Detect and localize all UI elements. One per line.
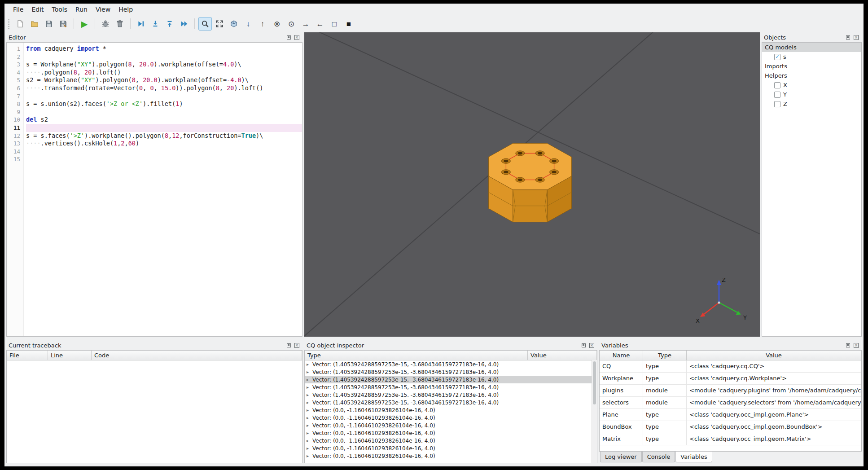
- code-line-3[interactable]: s = Workplane("XY").polygon(8, 20.0).wor…: [26, 61, 302, 69]
- tree-item-z[interactable]: Z: [762, 99, 861, 109]
- code-line-12[interactable]: s = s.faces('>Z').workplane().polygon(8,…: [26, 132, 302, 140]
- expand-caret-icon[interactable]: [307, 423, 312, 428]
- close-panel-button[interactable]: [853, 34, 859, 41]
- close-panel-button[interactable]: [588, 342, 595, 349]
- code-line-13[interactable]: ····.vertices().cskHole(1,2,60): [26, 140, 302, 148]
- tree-item-s[interactable]: s: [762, 52, 861, 61]
- view-top-button[interactable]: ↑: [256, 17, 269, 31]
- checkbox-y[interactable]: [774, 92, 780, 98]
- tab-variables[interactable]: Variables: [675, 452, 712, 462]
- checkbox-x[interactable]: [774, 82, 780, 88]
- save-as-button[interactable]: [57, 17, 70, 31]
- expand-caret-icon[interactable]: [307, 362, 312, 367]
- code-line-5[interactable]: s2 = Workplane("XY").polygon(8, 20.0).wo…: [26, 76, 302, 84]
- toolbar-drag-handle[interactable]: [8, 19, 9, 29]
- expand-caret-icon[interactable]: [307, 369, 312, 374]
- checkbox-z[interactable]: [774, 101, 780, 107]
- tree-item-helpers[interactable]: Helpers: [762, 71, 861, 80]
- variable-row-boundbox[interactable]: BoundBoxtype<class 'cadquery.occ_impl.ge…: [600, 421, 861, 433]
- code-line-7[interactable]: [26, 92, 302, 101]
- view-back-button[interactable]: ⊙: [285, 17, 298, 31]
- inspector-row[interactable]: Vector: (1.4053924288597253e-15, -3.6804…: [305, 399, 597, 406]
- float-panel-button[interactable]: [845, 34, 851, 41]
- render-button[interactable]: ▶: [78, 17, 91, 31]
- code-line-2[interactable]: [26, 53, 302, 61]
- inspector-scrollbar[interactable]: [592, 360, 597, 463]
- expand-caret-icon[interactable]: [307, 377, 312, 382]
- code-line-10[interactable]: del s2: [26, 116, 302, 124]
- scrollbar-thumb[interactable]: [593, 361, 596, 404]
- tree-item-y[interactable]: Y: [762, 90, 861, 99]
- inspector-row[interactable]: Vector: (1.4053924288597253e-15, -3.6804…: [305, 368, 597, 376]
- float-panel-button[interactable]: [580, 342, 587, 349]
- tree-item-x[interactable]: X: [762, 80, 861, 90]
- tree-item-cq-models[interactable]: CQ models: [762, 43, 861, 52]
- fit-view-button[interactable]: [213, 17, 226, 31]
- float-panel-button[interactable]: [285, 34, 292, 41]
- view-front-button[interactable]: ⊗: [270, 17, 284, 31]
- inspector-row[interactable]: Vector: (0.0, -1.1604610293826104e-16, 4…: [305, 444, 597, 452]
- expand-caret-icon[interactable]: [307, 385, 312, 390]
- save-button[interactable]: [42, 17, 56, 31]
- tab-console[interactable]: Console: [642, 452, 675, 462]
- objects-tree[interactable]: CQ modelssImportsHelpersXYZ: [762, 42, 862, 337]
- inspector-row[interactable]: Vector: (0.0, -1.1604610293826104e-16, 4…: [305, 429, 597, 437]
- close-panel-button[interactable]: [294, 34, 300, 41]
- expand-caret-icon[interactable]: [307, 400, 312, 405]
- variable-row-workplane[interactable]: Workplanetype<class 'cadquery.cq.Workpla…: [600, 373, 861, 385]
- code-line-1[interactable]: from cadquery import *: [26, 45, 302, 53]
- open-file-button[interactable]: [28, 17, 41, 31]
- step-button[interactable]: [134, 17, 148, 31]
- tab-log-viewer[interactable]: Log viewer: [600, 452, 642, 462]
- iso-view-button[interactable]: [227, 17, 241, 31]
- code-line-8[interactable]: s = s.union(s2).faces('>Z or <Z').fillet…: [26, 100, 302, 108]
- tree-item-imports[interactable]: Imports: [762, 61, 861, 71]
- code-line-9[interactable]: [26, 108, 302, 116]
- menu-run[interactable]: Run: [71, 4, 92, 15]
- continue-button[interactable]: [177, 17, 191, 31]
- variable-row-selectors[interactable]: selectorsmodule<module 'cadquery.selecto…: [600, 397, 861, 409]
- view-wireframe-button[interactable]: □: [328, 17, 341, 31]
- inspector-row[interactable]: Vector: (0.0, -1.1604610293826104e-16, 4…: [305, 452, 597, 460]
- menu-tools[interactable]: Tools: [48, 4, 72, 15]
- view-bottom-button[interactable]: ↓: [241, 17, 255, 31]
- inspector-row[interactable]: Vector: (1.4053924288597253e-15, -3.6804…: [305, 360, 597, 368]
- expand-caret-icon[interactable]: [307, 408, 312, 413]
- view-shaded-button[interactable]: ■: [342, 17, 355, 31]
- new-file-button[interactable]: [13, 17, 27, 31]
- expand-caret-icon[interactable]: [307, 438, 312, 443]
- variable-row-plane[interactable]: Planetype<class 'cadquery.occ_impl.geom.…: [600, 409, 861, 421]
- expand-caret-icon[interactable]: [307, 453, 312, 458]
- code-line-14[interactable]: [26, 148, 302, 156]
- inspector-row[interactable]: Vector: (0.0, -1.1604610293826104e-16, 4…: [305, 414, 597, 422]
- zoom-tool-button[interactable]: [198, 17, 212, 31]
- expand-caret-icon[interactable]: [307, 415, 312, 420]
- editor-code[interactable]: from cadquery import *s = Workplane("XY"…: [24, 43, 302, 336]
- inspector-row[interactable]: Vector: (0.0, -1.1604610293826104e-16, 4…: [305, 422, 597, 429]
- variable-row-matrix[interactable]: Matrixtype<class 'cadquery.occ_impl.geom…: [600, 433, 861, 445]
- view-right-button[interactable]: →: [299, 17, 312, 31]
- close-panel-button[interactable]: [294, 342, 300, 349]
- inspector-row[interactable]: Vector: (1.4053924288597253e-15, -3.6804…: [305, 376, 597, 383]
- menu-help[interactable]: Help: [114, 4, 137, 15]
- menu-file[interactable]: File: [9, 4, 27, 15]
- view-left-button[interactable]: ←: [313, 17, 327, 31]
- inspector-row[interactable]: Vector: (1.4053924288597253e-15, -3.6804…: [305, 391, 597, 399]
- delete-button[interactable]: [113, 17, 127, 31]
- code-line-15[interactable]: [26, 155, 302, 163]
- menu-view[interactable]: View: [92, 4, 114, 15]
- code-line-6[interactable]: ····.transformed(rotate=Vector(0, 0, 15.…: [26, 84, 302, 92]
- float-panel-button[interactable]: [845, 342, 851, 349]
- variable-row-cq[interactable]: CQtype<class 'cadquery.cq.CQ'>: [600, 360, 861, 373]
- inspector-row[interactable]: Vector: (0.0, -1.1604610293826104e-16, 4…: [305, 437, 597, 444]
- expand-caret-icon[interactable]: [307, 446, 312, 451]
- inspector-row[interactable]: Vector: (1.4053924288597253e-15, -3.6804…: [305, 383, 597, 391]
- viewport-3d[interactable]: Z X Y: [304, 32, 760, 337]
- editor-body[interactable]: 123456789101112131415 from cadquery impo…: [6, 42, 302, 337]
- step-return-button[interactable]: [163, 17, 176, 31]
- float-panel-button[interactable]: [285, 342, 292, 349]
- variable-row-plugins[interactable]: pluginsmodule<module 'cadquery.plugins' …: [600, 385, 861, 397]
- inspector-row[interactable]: Vector: (0.0, -1.1604610293826104e-16, 4…: [305, 406, 597, 414]
- expand-caret-icon[interactable]: [307, 430, 312, 435]
- menu-edit[interactable]: Edit: [27, 4, 48, 15]
